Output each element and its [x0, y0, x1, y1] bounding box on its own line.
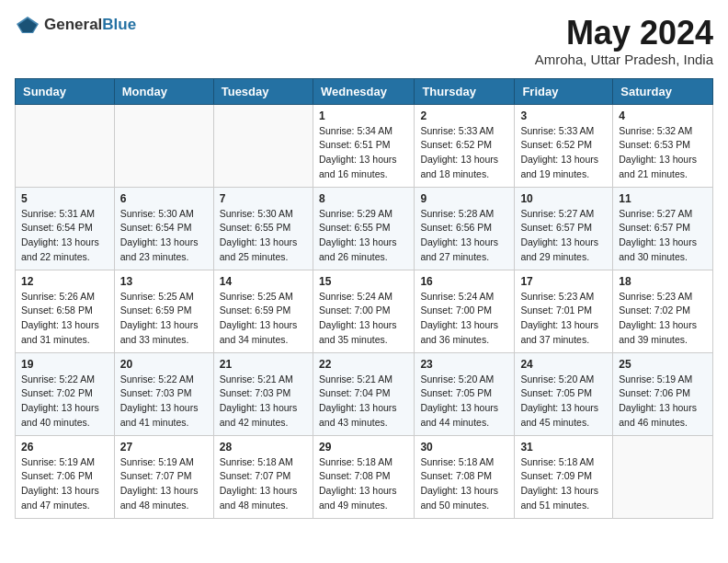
calendar-cell: 25Sunrise: 5:19 AMSunset: 7:06 PMDayligh…: [613, 352, 713, 435]
calendar-cell: 8Sunrise: 5:29 AMSunset: 6:55 PMDaylight…: [313, 187, 414, 270]
calendar-cell: 6Sunrise: 5:30 AMSunset: 6:54 PMDaylight…: [114, 187, 213, 270]
day-info: Sunrise: 5:27 AMSunset: 6:57 PMDaylight:…: [619, 207, 707, 265]
calendar-table: SundayMondayTuesdayWednesdayThursdayFrid…: [15, 78, 713, 519]
generalblue-logo-icon: [15, 15, 40, 35]
calendar-cell: 9Sunrise: 5:28 AMSunset: 6:56 PMDaylight…: [415, 187, 515, 270]
day-number: 9: [420, 192, 508, 205]
weekday-header: Monday: [114, 78, 213, 104]
logo-blue: Blue: [102, 16, 136, 33]
day-info: Sunrise: 5:31 AMSunset: 6:54 PMDaylight:…: [21, 207, 108, 265]
day-number: 22: [319, 358, 408, 371]
calendar-cell: 12Sunrise: 5:26 AMSunset: 6:58 PMDayligh…: [16, 270, 115, 352]
header: GeneralBlue May 2024 Amroha, Uttar Prade…: [15, 15, 713, 67]
day-info: Sunrise: 5:19 AMSunset: 7:06 PMDaylight:…: [21, 455, 108, 513]
day-number: 14: [220, 275, 307, 288]
day-number: 20: [120, 358, 208, 371]
calendar-cell: [114, 104, 213, 187]
day-number: 17: [520, 275, 607, 288]
day-info: Sunrise: 5:18 AMSunset: 7:07 PMDaylight:…: [220, 455, 307, 513]
day-info: Sunrise: 5:23 AMSunset: 7:01 PMDaylight:…: [520, 290, 607, 348]
day-info: Sunrise: 5:20 AMSunset: 7:05 PMDaylight:…: [520, 373, 607, 431]
day-number: 5: [21, 192, 108, 205]
day-number: 8: [319, 192, 408, 205]
calendar-cell: [16, 104, 115, 187]
day-number: 28: [220, 441, 307, 454]
weekday-header: Thursday: [415, 78, 515, 104]
day-info: Sunrise: 5:18 AMSunset: 7:09 PMDaylight:…: [520, 455, 607, 513]
day-number: 11: [619, 192, 707, 205]
day-number: 19: [21, 358, 108, 371]
weekday-header: Saturday: [613, 78, 713, 104]
day-number: 10: [520, 192, 607, 205]
day-info: Sunrise: 5:29 AMSunset: 6:55 PMDaylight:…: [319, 207, 408, 265]
calendar-cell: 14Sunrise: 5:25 AMSunset: 6:59 PMDayligh…: [213, 270, 313, 352]
calendar-cell: 1Sunrise: 5:34 AMSunset: 6:51 PMDaylight…: [313, 104, 414, 187]
day-number: 6: [120, 192, 208, 205]
day-info: Sunrise: 5:22 AMSunset: 7:03 PMDaylight:…: [120, 373, 208, 431]
calendar-cell: 23Sunrise: 5:20 AMSunset: 7:05 PMDayligh…: [415, 352, 515, 435]
page-title: May 2024: [535, 15, 713, 52]
day-number: 30: [420, 441, 508, 454]
calendar-cell: 2Sunrise: 5:33 AMSunset: 6:52 PMDaylight…: [415, 104, 515, 187]
day-info: Sunrise: 5:28 AMSunset: 6:56 PMDaylight:…: [420, 207, 508, 265]
day-info: Sunrise: 5:33 AMSunset: 6:52 PMDaylight:…: [420, 124, 508, 182]
calendar-week-row: 1Sunrise: 5:34 AMSunset: 6:51 PMDaylight…: [16, 104, 713, 187]
calendar-header-row: SundayMondayTuesdayWednesdayThursdayFrid…: [16, 78, 713, 104]
logo-general: General: [44, 16, 102, 33]
day-info: Sunrise: 5:21 AMSunset: 7:03 PMDaylight:…: [220, 373, 307, 431]
day-number: 18: [619, 275, 707, 288]
day-number: 24: [520, 358, 607, 371]
calendar-cell: 15Sunrise: 5:24 AMSunset: 7:00 PMDayligh…: [313, 270, 414, 352]
calendar-cell: 3Sunrise: 5:33 AMSunset: 6:52 PMDaylight…: [515, 104, 613, 187]
day-info: Sunrise: 5:34 AMSunset: 6:51 PMDaylight:…: [319, 124, 408, 182]
calendar-cell: 27Sunrise: 5:19 AMSunset: 7:07 PMDayligh…: [114, 435, 213, 518]
day-number: 15: [319, 275, 408, 288]
day-number: 29: [319, 441, 408, 454]
day-number: 26: [21, 441, 108, 454]
weekday-header: Wednesday: [313, 78, 414, 104]
day-number: 12: [21, 275, 108, 288]
day-number: 3: [520, 109, 607, 122]
day-number: 21: [220, 358, 307, 371]
day-number: 1: [319, 109, 408, 122]
day-info: Sunrise: 5:30 AMSunset: 6:55 PMDaylight:…: [220, 207, 307, 265]
day-info: Sunrise: 5:32 AMSunset: 6:53 PMDaylight:…: [619, 124, 707, 182]
day-number: 2: [420, 109, 508, 122]
calendar-cell: 16Sunrise: 5:24 AMSunset: 7:00 PMDayligh…: [415, 270, 515, 352]
day-number: 16: [420, 275, 508, 288]
day-info: Sunrise: 5:24 AMSunset: 7:00 PMDaylight:…: [420, 290, 508, 348]
calendar-week-row: 19Sunrise: 5:22 AMSunset: 7:02 PMDayligh…: [16, 352, 713, 435]
calendar-cell: 13Sunrise: 5:25 AMSunset: 6:59 PMDayligh…: [114, 270, 213, 352]
day-info: Sunrise: 5:21 AMSunset: 7:04 PMDaylight:…: [319, 373, 408, 431]
calendar-cell: 24Sunrise: 5:20 AMSunset: 7:05 PMDayligh…: [515, 352, 613, 435]
day-info: Sunrise: 5:22 AMSunset: 7:02 PMDaylight:…: [21, 373, 108, 431]
day-number: 13: [120, 275, 208, 288]
day-number: 23: [420, 358, 508, 371]
calendar-cell: 21Sunrise: 5:21 AMSunset: 7:03 PMDayligh…: [213, 352, 313, 435]
day-number: 25: [619, 358, 707, 371]
day-info: Sunrise: 5:19 AMSunset: 7:07 PMDaylight:…: [120, 455, 208, 513]
calendar-cell: 18Sunrise: 5:23 AMSunset: 7:02 PMDayligh…: [613, 270, 713, 352]
calendar-week-row: 26Sunrise: 5:19 AMSunset: 7:06 PMDayligh…: [16, 435, 713, 518]
day-number: 31: [520, 441, 607, 454]
weekday-header: Friday: [515, 78, 613, 104]
calendar-cell: [213, 104, 313, 187]
page-subtitle: Amroha, Uttar Pradesh, India: [535, 52, 713, 67]
day-info: Sunrise: 5:27 AMSunset: 6:57 PMDaylight:…: [520, 207, 607, 265]
calendar-cell: 30Sunrise: 5:18 AMSunset: 7:08 PMDayligh…: [415, 435, 515, 518]
calendar-cell: 17Sunrise: 5:23 AMSunset: 7:01 PMDayligh…: [515, 270, 613, 352]
calendar-cell: 19Sunrise: 5:22 AMSunset: 7:02 PMDayligh…: [16, 352, 115, 435]
weekday-header: Tuesday: [213, 78, 313, 104]
day-info: Sunrise: 5:33 AMSunset: 6:52 PMDaylight:…: [520, 124, 607, 182]
day-info: Sunrise: 5:30 AMSunset: 6:54 PMDaylight:…: [120, 207, 208, 265]
day-info: Sunrise: 5:20 AMSunset: 7:05 PMDaylight:…: [420, 373, 508, 431]
day-number: 7: [220, 192, 307, 205]
calendar-cell: 20Sunrise: 5:22 AMSunset: 7:03 PMDayligh…: [114, 352, 213, 435]
calendar-cell: 28Sunrise: 5:18 AMSunset: 7:07 PMDayligh…: [213, 435, 313, 518]
weekday-header: Sunday: [16, 78, 115, 104]
day-info: Sunrise: 5:25 AMSunset: 6:59 PMDaylight:…: [220, 290, 307, 348]
day-info: Sunrise: 5:19 AMSunset: 7:06 PMDaylight:…: [619, 373, 707, 431]
calendar-cell: 10Sunrise: 5:27 AMSunset: 6:57 PMDayligh…: [515, 187, 613, 270]
day-number: 27: [120, 441, 208, 454]
calendar-cell: [613, 435, 713, 518]
